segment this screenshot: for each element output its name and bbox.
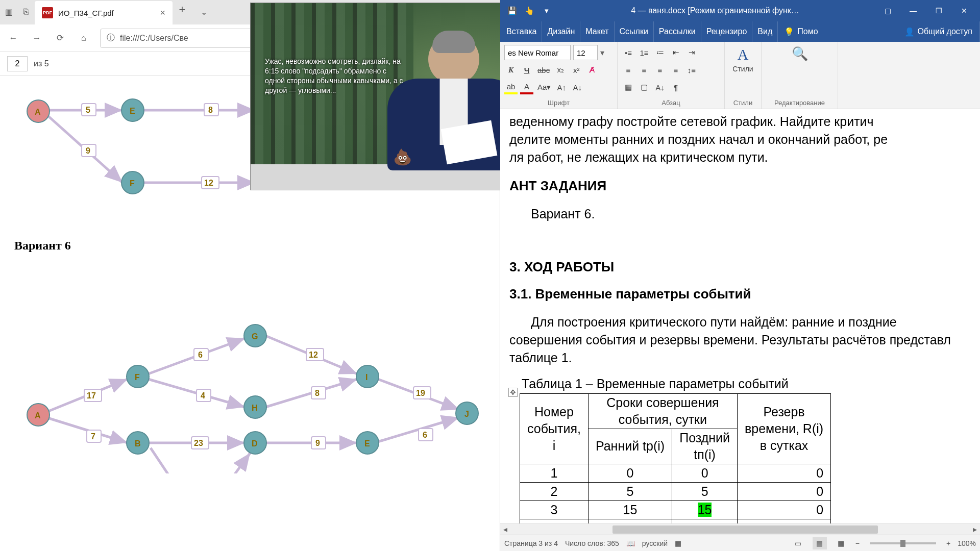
tab-layout[interactable]: Макет	[580, 21, 614, 42]
font-color-button[interactable]: A	[520, 80, 533, 94]
table-1[interactable]: Номерсобытия,i Сроки совершениясобытия, …	[520, 393, 831, 538]
tell-me-search[interactable]: 💡Помо	[778, 21, 824, 42]
show-marks-button[interactable]: ¶	[669, 80, 682, 94]
refresh-button[interactable]: ⟳	[53, 31, 67, 45]
document-content[interactable]: веденному графу постройте сетевой график…	[505, 113, 979, 523]
doc-line[interactable]: веденному графу постройте сетевой график…	[509, 113, 979, 130]
close-button[interactable]: ✕	[951, 0, 977, 21]
doc-line[interactable]: ля работ, не лежащих на критическом пути…	[509, 149, 979, 166]
forward-button[interactable]: →	[30, 31, 44, 45]
ribbon-tabs: Вставка Дизайн Макет Ссылки Рассылки Рец…	[500, 21, 980, 42]
svg-text:7: 7	[91, 432, 95, 441]
highlight-button[interactable]: ab	[504, 80, 518, 94]
svg-text:4: 4	[201, 391, 205, 400]
qat-dropdown-icon[interactable]: ▾	[538, 2, 555, 19]
superscript-button[interactable]: x²	[570, 63, 583, 77]
font-size-combo[interactable]: 12	[573, 45, 598, 60]
spellcheck-icon[interactable]: 📖	[626, 539, 635, 547]
italic-button[interactable]: К	[504, 63, 518, 77]
word-titlebar[interactable]: 💾 👆 ▾ 4 — ваня.docx [Режим ограниченной …	[500, 0, 980, 21]
shrink-font-button[interactable]: A↓	[571, 80, 584, 94]
touch-mode-icon[interactable]: 👆	[521, 2, 538, 19]
word-count[interactable]: Число слов: 365	[565, 539, 619, 547]
bullets-button[interactable]: •≡	[622, 45, 635, 60]
macro-icon[interactable]: ▦	[675, 539, 681, 547]
read-mode-icon[interactable]: ▭	[791, 537, 805, 549]
tabs-dropdown-icon[interactable]: ⌄	[195, 3, 212, 20]
web-layout-icon[interactable]: ▦	[834, 537, 848, 549]
numbering-button[interactable]: 1≡	[638, 45, 651, 60]
justify-button[interactable]: ≡	[669, 63, 682, 77]
table-caption[interactable]: Таблица 1 – Временные параметры событий	[522, 375, 979, 392]
doc-line[interactable]: Для построения критического пути найдём:…	[509, 314, 979, 331]
doc-line[interactable]: совершения события и резервы времени. Ре…	[509, 332, 979, 348]
horizontal-scrollbar[interactable]: ◂ ▸	[500, 523, 980, 535]
table-row[interactable]: 1000	[520, 464, 831, 482]
zoom-slider[interactable]	[870, 542, 936, 544]
browser-tab[interactable]: PDF ИО_П34_СГ.pdf ×	[35, 1, 173, 24]
scrollbar-thumb[interactable]	[612, 525, 878, 534]
tab-insert[interactable]: Вставка	[501, 21, 542, 42]
ribbon-group-editing: 🔍 Редактирование	[762, 42, 838, 109]
page-status[interactable]: Страница 3 из 4	[504, 539, 558, 547]
subscript-button[interactable]: x₂	[554, 63, 567, 77]
align-center-button[interactable]: ≡	[638, 63, 651, 77]
doc-line[interactable]: делите моменты ранних и поздних начал и …	[509, 131, 979, 148]
align-left-button[interactable]: ≡	[622, 63, 635, 77]
language-status[interactable]: русский	[642, 539, 668, 547]
scroll-right-icon[interactable]: ▸	[970, 524, 980, 534]
zoom-in-button[interactable]: +	[946, 539, 950, 547]
doc-heading-3[interactable]: 3. ХОД РАБОТЫ	[509, 258, 979, 276]
doc-heading-31[interactable]: 3.1. Временные параметры событий	[509, 285, 979, 303]
grow-font-button[interactable]: A↑	[555, 80, 568, 94]
change-case-button[interactable]: Aa▾	[536, 80, 552, 94]
document-area[interactable]: веденному графу постройте сетевой график…	[500, 109, 980, 551]
tab-actions-icon[interactable]: ▥	[0, 3, 17, 20]
tab-references[interactable]: Ссылки	[615, 21, 654, 42]
zoom-level[interactable]: 100%	[958, 539, 976, 547]
strikethrough-button[interactable]: abc	[536, 63, 551, 77]
maximize-button[interactable]: ❐	[926, 0, 951, 21]
minimize-button[interactable]: —	[900, 0, 926, 21]
home-button[interactable]: ⌂	[77, 31, 91, 45]
multilevel-button[interactable]: ≔	[653, 45, 667, 60]
page-count-label: из 5	[34, 59, 49, 68]
clear-format-icon[interactable]: A̸	[585, 63, 599, 77]
underline-button[interactable]: Ч	[520, 63, 533, 77]
line-spacing-button[interactable]: ↕≡	[685, 63, 698, 77]
tab-review[interactable]: Рецензиро	[701, 21, 753, 42]
table-row[interactable]: 2550	[520, 482, 831, 500]
doc-line[interactable]: таблице 1.	[509, 349, 979, 366]
doc-heading-variant[interactable]: АНТ ЗАДАНИЯ	[509, 177, 979, 194]
recent-tabs-icon[interactable]: ⎘	[17, 3, 35, 20]
new-tab-button[interactable]: +	[173, 3, 192, 16]
sort-button[interactable]: A↓	[653, 80, 667, 94]
autosave-icon[interactable]: 💾	[503, 2, 521, 19]
font-size-dropdown-icon[interactable]: ▾	[600, 48, 604, 58]
doc-variant-line[interactable]: Вариант 6.	[531, 206, 979, 222]
tab-view[interactable]: Вид	[752, 21, 778, 42]
scroll-left-icon[interactable]: ◂	[500, 524, 510, 534]
tab-mailings[interactable]: Рассылки	[654, 21, 701, 42]
shading-button[interactable]: ▦	[622, 80, 635, 94]
ribbon-options-icon[interactable]: ▢	[875, 0, 900, 21]
increase-indent-button[interactable]: ⇥	[685, 45, 698, 60]
page-number-input[interactable]	[7, 56, 28, 71]
decrease-indent-button[interactable]: ⇤	[669, 45, 682, 60]
borders-button[interactable]: ▢	[638, 80, 651, 94]
zoom-out-button[interactable]: −	[855, 539, 860, 547]
find-button[interactable]: 🔍	[766, 44, 834, 64]
font-name-combo[interactable]: es New Romar	[504, 45, 571, 60]
align-right-button[interactable]: ≡	[653, 63, 667, 77]
tab-design[interactable]: Дизайн	[542, 21, 580, 42]
svg-text:A: A	[35, 411, 41, 420]
svg-text:12: 12	[309, 350, 318, 359]
share-button[interactable]: 👤Общий доступ	[897, 21, 981, 42]
tab-close-icon[interactable]: ×	[160, 8, 165, 18]
styles-button[interactable]: A Стили	[729, 44, 757, 75]
table-row[interactable]: 315150	[520, 500, 831, 519]
site-info-icon[interactable]: ⓘ	[107, 33, 115, 43]
table-move-handle[interactable]: ✥	[508, 388, 518, 397]
print-layout-icon[interactable]: ▤	[813, 537, 827, 549]
back-button[interactable]: ←	[6, 31, 20, 45]
